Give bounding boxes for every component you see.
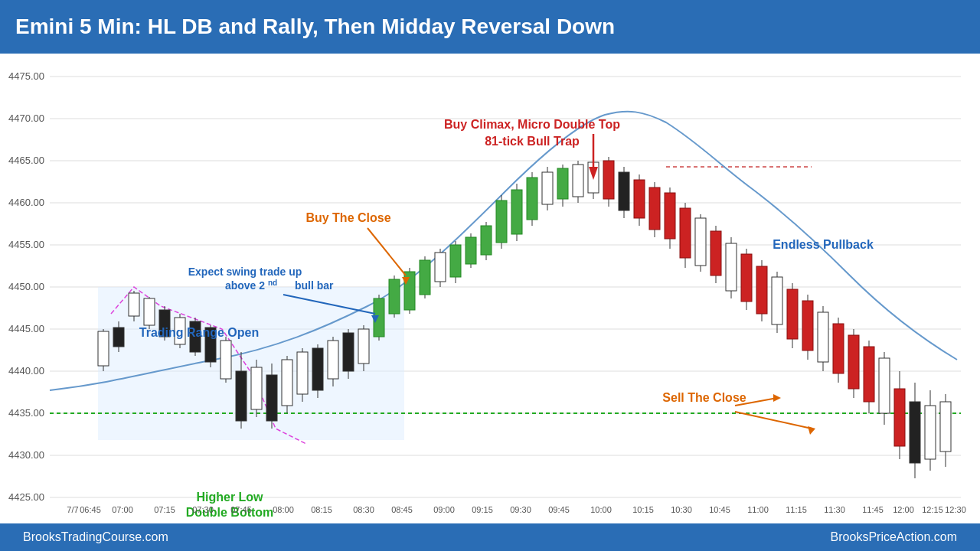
svg-text:09:15: 09:15 xyxy=(472,505,493,514)
svg-rect-109 xyxy=(726,243,737,291)
svg-text:4465.00: 4465.00 xyxy=(8,155,44,166)
svg-rect-119 xyxy=(802,301,813,350)
svg-rect-99 xyxy=(649,187,660,230)
svg-rect-73 xyxy=(450,245,461,277)
buy-close-label: Buy The Close xyxy=(305,211,390,224)
svg-rect-113 xyxy=(756,266,767,314)
svg-text:11:15: 11:15 xyxy=(786,505,807,514)
svg-text:11:00: 11:00 xyxy=(747,505,769,514)
page-header: Emini 5 Min: HL DB and Rally, Then Midda… xyxy=(0,0,980,54)
svg-rect-133 xyxy=(910,402,920,463)
svg-rect-71 xyxy=(435,253,446,282)
svg-text:08:30: 08:30 xyxy=(353,505,374,514)
svg-text:4460.00: 4460.00 xyxy=(8,197,44,208)
svg-text:07:45: 07:45 xyxy=(230,505,252,514)
svg-rect-117 xyxy=(787,289,798,339)
svg-rect-45 xyxy=(236,371,247,421)
svg-rect-57 xyxy=(328,341,338,379)
svg-text:08:45: 08:45 xyxy=(391,505,413,514)
expect-swing-label1: Expect swing trade up xyxy=(188,266,302,278)
svg-rect-101 xyxy=(665,193,675,239)
svg-rect-75 xyxy=(466,237,476,264)
svg-text:4455.00: 4455.00 xyxy=(8,239,44,250)
svg-rect-103 xyxy=(680,208,691,258)
svg-text:4430.00: 4430.00 xyxy=(8,449,44,461)
svg-text:12:15: 12:15 xyxy=(922,505,943,514)
svg-rect-49 xyxy=(266,375,277,421)
svg-text:07:30: 07:30 xyxy=(192,505,214,514)
svg-rect-61 xyxy=(358,329,369,364)
svg-text:07:15: 07:15 xyxy=(154,505,175,514)
svg-text:09:30: 09:30 xyxy=(510,505,531,514)
svg-rect-111 xyxy=(741,254,752,302)
svg-text:09:45: 09:45 xyxy=(548,505,570,514)
trading-range-label: Trading Range Open xyxy=(139,326,259,339)
svg-rect-125 xyxy=(848,335,859,389)
higher-low-label: Higher Low xyxy=(196,491,263,504)
svg-text:12:00: 12:00 xyxy=(893,505,914,514)
footer-right: BrooksPriceAction.com xyxy=(831,530,957,544)
bull-trap-label: 81-tick Bull Trap xyxy=(485,135,580,148)
svg-text:4470.00: 4470.00 xyxy=(8,112,44,124)
svg-rect-55 xyxy=(312,348,323,390)
svg-rect-33 xyxy=(144,298,155,325)
svg-rect-27 xyxy=(98,331,109,366)
page-footer: BrooksTradingCourse.com BrooksPriceActio… xyxy=(0,523,980,551)
svg-text:06:45: 06:45 xyxy=(80,505,101,514)
svg-rect-31 xyxy=(129,293,139,316)
chart-area: 4475.00 4470.00 4465.00 4460.00 4455.00 … xyxy=(0,54,980,523)
svg-text:4440.00: 4440.00 xyxy=(8,365,44,377)
svg-rect-77 xyxy=(481,226,492,255)
svg-rect-53 xyxy=(297,352,308,394)
svg-text:7/7: 7/7 xyxy=(67,505,78,514)
svg-text:10:30: 10:30 xyxy=(671,505,692,514)
svg-text:09:00: 09:00 xyxy=(433,505,455,514)
svg-rect-123 xyxy=(833,324,844,373)
svg-text:10:45: 10:45 xyxy=(709,505,730,514)
svg-rect-69 xyxy=(420,260,430,295)
expect-swing-nd: nd xyxy=(268,279,277,287)
svg-rect-129 xyxy=(879,358,890,413)
svg-rect-65 xyxy=(389,279,400,314)
svg-rect-131 xyxy=(894,389,905,446)
svg-text:08:00: 08:00 xyxy=(273,505,294,514)
svg-rect-121 xyxy=(818,312,828,362)
svg-text:12:30: 12:30 xyxy=(945,505,966,514)
svg-rect-85 xyxy=(542,172,553,204)
svg-text:4475.00: 4475.00 xyxy=(8,70,44,82)
svg-rect-105 xyxy=(695,218,706,266)
svg-rect-43 xyxy=(220,341,231,379)
svg-text:11:30: 11:30 xyxy=(824,505,845,514)
svg-text:4425.00: 4425.00 xyxy=(8,491,44,503)
endless-pullback-label: Endless Pullback xyxy=(773,238,874,251)
svg-text:4450.00: 4450.00 xyxy=(8,281,44,292)
svg-rect-59 xyxy=(343,333,354,371)
svg-rect-51 xyxy=(282,360,292,406)
svg-rect-137 xyxy=(940,402,951,452)
svg-text:07:00: 07:00 xyxy=(112,505,133,514)
svg-text:10:15: 10:15 xyxy=(632,505,654,514)
header-title-normal: HL DB and Rally, Then Midday Reversal Do… xyxy=(142,15,615,38)
svg-rect-115 xyxy=(772,277,782,324)
svg-text:11:45: 11:45 xyxy=(862,505,884,514)
svg-rect-89 xyxy=(573,165,583,197)
svg-rect-107 xyxy=(710,231,721,276)
expect-swing-label3: bull bar xyxy=(295,279,334,292)
svg-rect-127 xyxy=(864,347,874,402)
svg-rect-47 xyxy=(251,367,262,409)
sell-close-label: Sell The Close xyxy=(662,391,746,404)
svg-rect-135 xyxy=(925,406,936,459)
svg-text:4435.00: 4435.00 xyxy=(8,407,44,419)
svg-rect-81 xyxy=(511,190,522,234)
svg-rect-87 xyxy=(557,168,568,199)
svg-rect-83 xyxy=(527,178,537,220)
buy-climax-label: Buy Climax, Micro Double Top xyxy=(444,118,620,131)
header-title-bold: Emini 5 Min: xyxy=(15,15,142,38)
svg-rect-93 xyxy=(603,161,614,199)
svg-rect-95 xyxy=(619,172,629,210)
expect-swing-label2: above 2 xyxy=(225,279,265,292)
svg-rect-79 xyxy=(496,201,507,243)
footer-left: BrooksTradingCourse.com xyxy=(23,530,168,544)
svg-text:4445.00: 4445.00 xyxy=(8,323,44,334)
svg-text:08:15: 08:15 xyxy=(311,505,332,514)
